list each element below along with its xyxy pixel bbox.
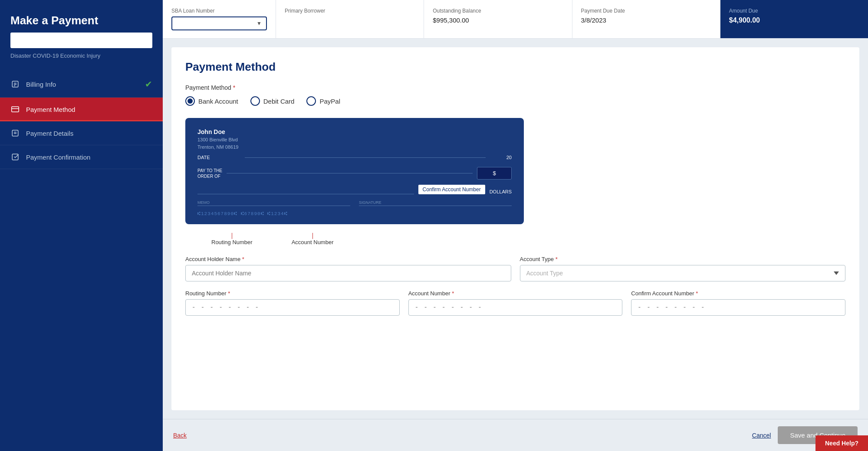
check-pay-to-label: PAY TO THE ORDER OF (197, 168, 222, 179)
section-title: Payment Method (185, 60, 845, 74)
top-info-bar: SBA Loan Number ▼ Primary Borrower Outst… (163, 0, 868, 39)
account-holder-name-input[interactable] (185, 265, 511, 281)
sba-loan-select[interactable] (177, 20, 256, 27)
bank-account-label: Bank Account (198, 98, 238, 105)
payment-method-radio-group: Bank Account Debit Card PayPal (185, 96, 845, 106)
required-asterisk: * (233, 84, 235, 91)
check-visual: John Doe 1300 Bienville Blvd Trenton, NM… (185, 118, 524, 224)
sba-loan-dropdown[interactable]: ▼ (171, 16, 267, 30)
paypal-label: PayPal (319, 98, 340, 105)
account-holder-name-label: Account Holder Name * (185, 256, 511, 262)
paypal-radio-circle[interactable] (306, 96, 316, 106)
sidebar-item-billing-info-label: Billing Info (26, 81, 56, 88)
check-address-line2: Trenton, NM 08619 (197, 144, 512, 151)
check-dollars-label: DOLLARS (490, 189, 512, 194)
check-memo-label: MEMO (197, 200, 350, 205)
payment-method-content: Payment Method Payment Method * Bank Acc… (171, 47, 859, 410)
amount-due-section: Amount Due $4,900.00 (720, 0, 868, 38)
primary-borrower-label: Primary Borrower (285, 8, 415, 14)
account-type-group: Account Type * Account Type Checking Sav… (520, 256, 846, 281)
check-sig-label: SIGNATURE (359, 200, 512, 205)
bank-account-radio-circle[interactable] (185, 96, 195, 106)
confirm-account-number-button[interactable]: Confirm Account Number (418, 185, 485, 194)
check-date-row: DATE 20 (197, 155, 512, 160)
check-dollars-row: Confirm Account Number DOLLARS (197, 185, 512, 194)
routing-number-input[interactable] (185, 299, 400, 316)
payment-method-field-label: Payment Method * (185, 84, 845, 91)
app-subtitle: Disaster COVID-19 Economic Injury (0, 52, 163, 68)
payment-due-date-section: Payment Due Date 3/8/2023 (572, 0, 720, 38)
check-name: John Doe (197, 128, 512, 135)
outstanding-balance-label: Outstanding Balance (433, 8, 563, 14)
check-written-line (197, 194, 414, 194)
main-content: SBA Loan Number ▼ Primary Borrower Outst… (163, 0, 868, 451)
amount-due-value: $4,900.00 (729, 16, 859, 24)
search-box[interactable] (10, 33, 152, 48)
confirm-account-number-label: Confirm Account Number * (631, 290, 845, 297)
sidebar-nav: Billing Info ✔ Payment Method Payment De… (0, 71, 163, 169)
account-number-group: Account Number * (408, 290, 623, 316)
check-sig-area: SIGNATURE (359, 200, 512, 206)
account-annotation-label: Account Number (292, 239, 334, 245)
confirm-account-number-input[interactable] (631, 299, 845, 316)
routing-annotation-line (232, 233, 232, 239)
check-pay-line (227, 173, 473, 173)
routing-number-label: Routing Number * (185, 290, 400, 297)
sidebar-item-billing-info[interactable]: Billing Info ✔ (0, 71, 163, 98)
radio-paypal[interactable]: PayPal (306, 96, 340, 106)
svg-rect-4 (12, 107, 19, 112)
dropdown-chevron-icon: ▼ (256, 20, 262, 26)
account-number-label: Account Number * (408, 290, 623, 297)
payment-confirmation-icon (10, 153, 20, 161)
check-memo-line (197, 206, 350, 206)
form-row-routing-account: Routing Number * Account Number * Confir… (185, 290, 845, 316)
check-dollar-sign: $ (477, 167, 512, 180)
sidebar-item-payment-details-label: Payment Details (26, 130, 73, 137)
sidebar-item-payment-confirmation[interactable]: Payment Confirmation (0, 145, 163, 169)
check-annotations-row: Routing Number Account Number (185, 233, 845, 245)
account-annotation: Account Number (292, 233, 334, 245)
radio-debit-card[interactable]: Debit Card (250, 96, 295, 106)
check-memo-area: MEMO (197, 200, 350, 206)
sidebar-item-payment-method[interactable]: Payment Method (0, 98, 163, 121)
account-annotation-line (312, 233, 313, 239)
bottom-bar: Back Cancel Save and Continue (163, 419, 868, 451)
account-type-label: Account Type * (520, 256, 846, 262)
payment-due-date-label: Payment Due Date (581, 8, 711, 14)
routing-annotation: Routing Number (211, 233, 253, 245)
billing-info-check-icon: ✔ (145, 79, 152, 89)
check-date-value: 20 (506, 155, 512, 160)
radio-bank-account[interactable]: Bank Account (185, 96, 238, 106)
account-type-select[interactable]: Account Type Checking Savings (520, 265, 846, 281)
form-row-account-info: Account Holder Name * Account Type * Acc… (185, 256, 845, 281)
payment-method-icon (10, 105, 20, 113)
back-link[interactable]: Back (173, 432, 187, 439)
account-number-input[interactable] (408, 299, 623, 316)
check-bottom-row: MEMO SIGNATURE (197, 200, 512, 206)
sidebar-item-payment-method-label: Payment Method (26, 106, 75, 113)
sidebar-item-payment-confirmation-label: Payment Confirmation (26, 154, 90, 161)
outstanding-balance-section: Outstanding Balance $995,300.00 (424, 0, 572, 38)
billing-info-icon (10, 80, 20, 88)
app-title: Make a Payment (0, 0, 163, 33)
routing-annotation-label: Routing Number (211, 239, 253, 245)
sidebar-item-payment-details[interactable]: Payment Details (0, 121, 163, 145)
confirm-account-number-group: Confirm Account Number * (631, 290, 845, 316)
check-date-label: DATE (197, 155, 210, 160)
outstanding-balance-value: $995,300.00 (433, 16, 563, 24)
need-help-button[interactable]: Need Help? (815, 435, 868, 451)
primary-borrower-section: Primary Borrower (276, 0, 424, 38)
svg-rect-9 (12, 154, 18, 160)
sba-loan-section: SBA Loan Number ▼ (163, 0, 276, 38)
account-holder-name-group: Account Holder Name * (185, 256, 511, 281)
debit-card-label: Debit Card (263, 98, 295, 105)
cancel-link[interactable]: Cancel (752, 432, 771, 439)
debit-card-radio-circle[interactable] (250, 96, 260, 106)
check-address-line1: 1300 Bienville Blvd (197, 136, 512, 144)
check-pay-row: PAY TO THE ORDER OF $ (197, 167, 512, 180)
routing-number-group: Routing Number * (185, 290, 400, 316)
payment-details-icon (10, 129, 20, 137)
check-micr: ⑆1234567890⑆ ⑆67890⑆ ⑆1234⑆ (197, 211, 512, 216)
sba-loan-label: SBA Loan Number (171, 8, 267, 14)
payment-due-date-value: 3/8/2023 (581, 16, 711, 24)
